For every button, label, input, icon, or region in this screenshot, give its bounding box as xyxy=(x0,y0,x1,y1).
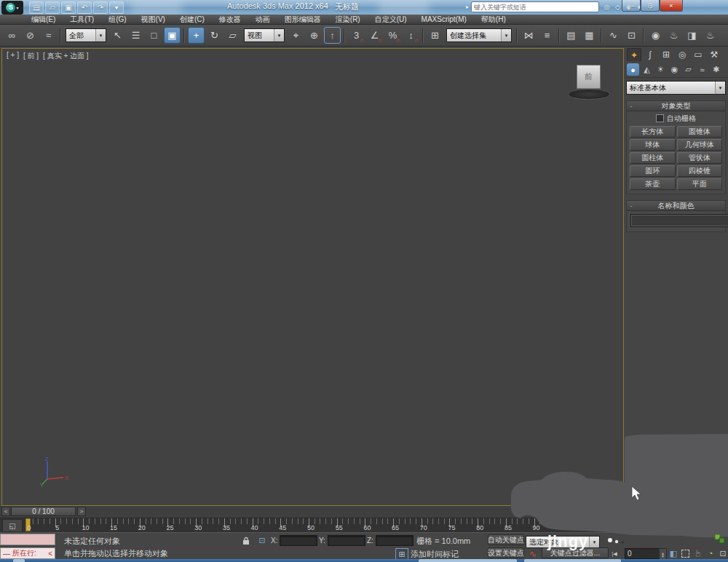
pyramid-button[interactable]: 四棱锥 xyxy=(677,165,723,177)
viewcube-front-face[interactable]: 前 xyxy=(577,65,601,89)
spinner-down-icon[interactable]: ▼ xyxy=(661,555,665,558)
curve-editor-icon[interactable]: ∿ xyxy=(605,27,622,44)
subcategory-dropdown[interactable]: 标准基本体 ▼ xyxy=(626,81,726,95)
menu-modifiers[interactable]: 修改器 xyxy=(213,15,248,24)
menu-create[interactable]: 创建(C) xyxy=(173,15,211,24)
menu-animation[interactable]: 动画 xyxy=(249,15,277,24)
taskbar-item[interactable] xyxy=(13,559,25,562)
spinner-snap-icon[interactable]: ↕∩ xyxy=(403,27,419,44)
bind-to-space-warp-icon[interactable]: ≈ xyxy=(40,27,57,44)
select-and-manipulate-icon[interactable]: ⊕ xyxy=(306,27,323,44)
search-input[interactable] xyxy=(471,1,599,12)
tab-motion[interactable]: ◎ xyxy=(675,48,689,61)
rectangular-selection-region-icon[interactable]: □ xyxy=(146,27,162,44)
category-shapes[interactable]: ◭ xyxy=(641,63,653,76)
tab-hierarchy[interactable]: ⊞ xyxy=(659,48,673,61)
cylinder-button[interactable]: 圆柱体 xyxy=(630,152,676,164)
key-filters-button[interactable]: 关键点过滤器... xyxy=(542,547,609,558)
reference-coordinate-dropdown[interactable]: 视图▼ xyxy=(244,28,285,42)
minimize-button[interactable]: — xyxy=(622,0,641,12)
pan-hand-icon[interactable]: ☞ xyxy=(692,547,704,559)
application-menu-button[interactable]: S ▾ xyxy=(1,1,23,15)
percent-snap-icon[interactable]: %∩ xyxy=(384,27,401,44)
unlink-selection-icon[interactable]: ⊘ xyxy=(22,27,39,44)
layer-manager-icon[interactable]: ▤ xyxy=(563,27,579,44)
tube-button[interactable]: 管状体 xyxy=(677,152,723,164)
open-file-button[interactable]: ▱ xyxy=(45,1,60,14)
angle-snap-icon[interactable]: ∠∩ xyxy=(366,27,383,44)
tab-display[interactable]: ▭ xyxy=(691,48,705,61)
autogrid-checkbox[interactable] xyxy=(656,114,664,122)
viewport-menu-pov[interactable]: [ 前 ] xyxy=(23,51,39,61)
select-and-scale-icon[interactable]: ▱ xyxy=(224,27,241,44)
current-frame-field[interactable] xyxy=(625,548,662,559)
object-type-rollout-header[interactable]: - 对象类型 xyxy=(627,101,725,111)
maximize-button[interactable]: □ xyxy=(641,0,660,12)
schematic-view-icon[interactable]: ⊡ xyxy=(623,27,640,44)
tab-create[interactable]: ✦ xyxy=(627,48,641,61)
redo-button[interactable]: ↷ xyxy=(93,1,108,14)
viewport-menu-shading[interactable]: [ 真实 + 边面 ] xyxy=(43,51,89,61)
render-setup-icon[interactable]: ♨ xyxy=(665,27,682,44)
category-space-warps[interactable]: ≈ xyxy=(696,63,708,76)
menu-customize[interactable]: 自定义(U) xyxy=(368,15,414,24)
taskbar-item[interactable] xyxy=(419,559,517,562)
set-key-button[interactable]: 设置关键点 xyxy=(488,547,524,558)
dropdown-arrow-icon[interactable]: ▼ xyxy=(589,537,599,547)
name-color-rollout-header[interactable]: - 名称和颜色 xyxy=(627,201,725,211)
menu-group[interactable]: 组(G) xyxy=(102,15,132,24)
tab-modify[interactable]: ∫ xyxy=(643,48,657,61)
torus-button[interactable]: 圆环 xyxy=(630,165,676,177)
close-button[interactable]: × xyxy=(660,0,683,12)
viewport[interactable]: [ + ] [ 前 ] [ 真实 + 边面 ] 前 Z X Y xyxy=(1,48,624,506)
dropdown-arrow-icon[interactable]: ▼ xyxy=(715,82,725,94)
menu-edit[interactable]: 编辑(E) xyxy=(25,15,62,24)
named-selection-sets-dropdown[interactable]: 创建选择集▼ xyxy=(446,28,512,42)
time-slider-handle[interactable]: 0 / 100 xyxy=(11,507,76,516)
cone-button[interactable]: 圆锥体 xyxy=(677,126,723,138)
track-bar[interactable]: ◱ 051015202530354045505560657075808590 xyxy=(0,518,624,533)
object-name-input[interactable] xyxy=(630,214,728,227)
viewcube-compass-ring[interactable] xyxy=(568,89,610,100)
menu-maxscript[interactable]: MAXScript(M) xyxy=(415,15,473,24)
geosphere-button[interactable]: 几何球体 xyxy=(677,139,723,151)
undo-button[interactable]: ↶ xyxy=(77,1,92,14)
mini-curve-editor-button[interactable]: ◱ xyxy=(2,519,23,532)
select-and-move-icon[interactable]: + xyxy=(188,27,205,44)
use-pivot-point-icon[interactable]: ⌖ xyxy=(288,27,304,44)
select-object-icon[interactable]: ↖ xyxy=(109,27,126,44)
select-and-link-icon[interactable]: ∞ xyxy=(4,27,20,44)
auto-key-button[interactable]: 自动关键点 xyxy=(488,534,524,545)
menu-help[interactable]: 帮助(H) xyxy=(475,15,513,24)
selection-set-dropdown[interactable]: 选定对象 ▼ xyxy=(526,536,600,548)
teapot-button[interactable]: 茶壶 xyxy=(630,178,676,190)
plane-button[interactable]: 平面 xyxy=(677,178,723,190)
zoom-extents-all-icon[interactable] xyxy=(713,534,727,545)
window-crossing-toggle-icon[interactable]: ▣ xyxy=(164,27,181,44)
z-coordinate-field[interactable] xyxy=(376,535,414,546)
box-button[interactable]: 长方体 xyxy=(630,126,676,138)
selection-filter-dropdown[interactable]: 全部▼ xyxy=(66,28,106,42)
save-file-button[interactable]: ▣ xyxy=(61,1,76,14)
maximize-viewport-toggle-icon[interactable]: ⊡ xyxy=(717,547,728,559)
material-editor-icon[interactable]: ◉ xyxy=(647,27,664,44)
align-icon[interactable]: ≡ xyxy=(539,27,555,44)
select-and-rotate-icon[interactable]: ↻ xyxy=(206,27,223,44)
x-coordinate-field[interactable] xyxy=(280,535,317,546)
render-production-icon[interactable]: ♨ xyxy=(702,27,719,44)
dropdown-arrow-icon[interactable]: ▼ xyxy=(95,29,106,41)
previous-frame-arrow[interactable]: < xyxy=(1,507,10,516)
menu-rendering[interactable]: 渲染(R) xyxy=(329,15,367,24)
infocenter-expand-icon[interactable]: ▸ xyxy=(466,4,469,10)
viewport-menu-general[interactable]: [ + ] xyxy=(7,51,19,61)
rendered-frame-window-icon[interactable]: ◨ xyxy=(684,27,700,44)
selection-lock-icon[interactable] xyxy=(240,535,252,546)
y-coordinate-field[interactable] xyxy=(328,535,365,546)
new-file-button[interactable]: ▤ xyxy=(29,1,44,14)
search-icon[interactable]: ◎ xyxy=(601,2,612,12)
menu-graph-editors[interactable]: 图形编辑器 xyxy=(278,15,328,24)
snap-toggle-3d-icon[interactable]: 3∩ xyxy=(348,27,365,44)
orbit-icon[interactable]: ◔ xyxy=(705,547,716,559)
menu-views[interactable]: 视图(V) xyxy=(135,15,172,24)
add-time-tag[interactable]: 添加时间标记 xyxy=(411,549,459,560)
